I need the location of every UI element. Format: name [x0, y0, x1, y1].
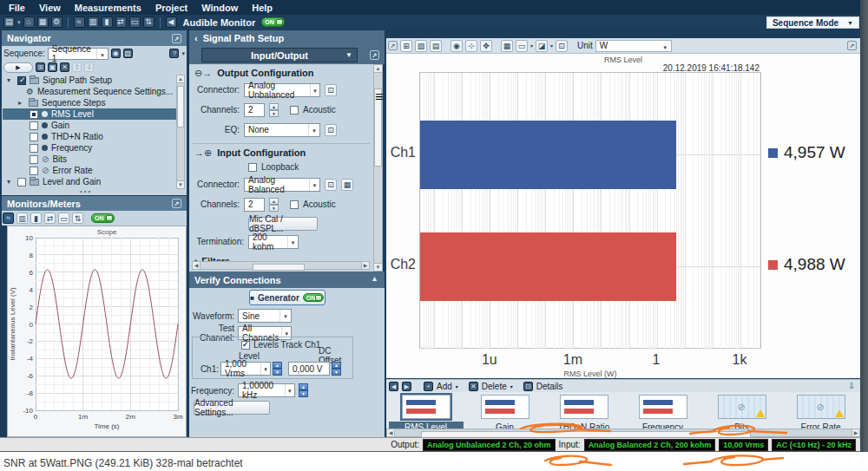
fit-graph-icon[interactable]: ⊞	[400, 40, 412, 52]
sequence-select[interactable]: Sequence 1▾	[48, 48, 108, 60]
mic-cal-button[interactable]: Mic Cal / dBSPL...	[248, 217, 318, 231]
output-channels-stepper[interactable]: ▲▼	[269, 103, 279, 117]
tree-item-measurement-sequence-settings[interactable]: ⚙Measurement Sequence Settings...	[3, 86, 178, 97]
output-connector-settings-icon[interactable]: ⊡	[325, 84, 337, 96]
dc-offset-stepper[interactable]: ▲▼	[332, 362, 341, 376]
menu-measurements[interactable]: Measurements	[75, 3, 141, 13]
export-image-dropdown-icon[interactable]: ▾	[530, 43, 533, 49]
tree-item-gain[interactable]: Gain	[3, 120, 178, 131]
pan-icon[interactable]: ✥	[480, 40, 492, 52]
status-range-badge[interactable]: 10,00 Vrms	[719, 439, 768, 451]
tree-item-level-and-gain[interactable]: ▾Level and Gain	[3, 176, 178, 187]
details-icon[interactable]: ⊡	[523, 382, 533, 391]
new-graph-icon[interactable]: ▧	[415, 40, 427, 52]
help-dropdown-icon[interactable]: ▾	[181, 50, 185, 57]
gallery-hscrollbar[interactable]: ◀ ▶	[386, 428, 860, 437]
gallery-item-gain[interactable]: Gain	[465, 392, 544, 428]
fft-monitor-icon[interactable]: ▥	[88, 16, 99, 28]
output-acoustic-checkbox[interactable]	[290, 106, 299, 114]
tree-item-signal-path-setup[interactable]: ▾Signal Path Setup	[3, 75, 178, 86]
tree-scrollbar[interactable]: ▲ ▼	[176, 75, 185, 189]
gallery-item-thdn-ratio[interactable]: THD+N Ratio	[544, 392, 623, 428]
audible-monitor-on-toggle[interactable]: ON	[261, 17, 285, 27]
sequence-mode-button[interactable]: Sequence Mode▼	[766, 16, 859, 29]
delete-icon[interactable]: ✕	[469, 382, 478, 391]
io-monitor-icon[interactable]: ⇄	[115, 16, 127, 28]
output-connector-select[interactable]: Analog Unbalanced▾	[244, 83, 320, 97]
graph-settings-icon[interactable]: ⊡	[556, 40, 568, 52]
run-sequence-button[interactable]: ▶	[3, 62, 33, 73]
delete-step-icon[interactable]: ✕	[60, 62, 69, 72]
add-icon[interactable]: +	[424, 382, 433, 391]
ch1-level-select[interactable]: 1,000 Vrms▾	[220, 362, 271, 376]
menu-file[interactable]: File	[9, 3, 25, 13]
menu-view[interactable]: View	[39, 3, 61, 13]
fft-tab-icon[interactable]: ▥	[16, 213, 28, 224]
input-channels-stepper[interactable]: ▲▼	[269, 198, 279, 212]
scope-tab-icon[interactable]: ≈	[3, 213, 14, 224]
termination-select[interactable]: 200 kohm▾	[248, 235, 299, 249]
output-channels-value[interactable]: 2	[244, 103, 265, 117]
zoom-extents-icon[interactable]: ⊹	[465, 40, 477, 52]
data-grid-icon[interactable]: ▦	[501, 40, 513, 52]
input-connector-settings-icon[interactable]: ⊡	[325, 179, 337, 191]
menu-window[interactable]: Window	[201, 3, 238, 13]
gallery-item-error-rate[interactable]: ⊘ Error Rate	[781, 392, 860, 428]
loopback-checkbox[interactable]	[248, 163, 257, 172]
append-measurement-icon[interactable]: ▣	[48, 62, 57, 72]
first-measurement-icon[interactable]: ◀	[389, 382, 398, 391]
tree-item-frequency[interactable]: Frequency	[3, 142, 178, 154]
graph-popout-icon[interactable]: ↗	[388, 41, 398, 50]
input-connector-meter-icon[interactable]: ▦	[341, 179, 353, 191]
move-down-icon[interactable]: ⇩	[84, 62, 94, 72]
input-acoustic-checkbox[interactable]	[290, 200, 299, 209]
delete-measurement-button[interactable]: Delete	[482, 382, 507, 391]
tree-item-sequence-steps[interactable]: ▸Sequence Steps	[3, 97, 178, 108]
io-selector-dropdown[interactable]: Input/Output ▼	[201, 48, 358, 62]
monitors-popout-icon[interactable]: ↗	[172, 199, 181, 208]
signal-path-vscrollbar[interactable]: ▲≡ ▼	[373, 64, 383, 271]
last-measurement-icon[interactable]: ▶	[402, 382, 411, 391]
regulation-icon[interactable]: ⇅	[143, 16, 155, 28]
tree-item-thdn-ratio[interactable]: THD+N Ratio	[3, 131, 178, 142]
advanced-settings-button[interactable]: Advanced Settings...	[194, 401, 270, 415]
status-output-badge[interactable]: Analog Unbalanced 2 Ch, 20 ohm	[423, 439, 556, 451]
graph-popout-icon-right[interactable]: ↗	[847, 41, 857, 50]
gallery-item-bits[interactable]: ⊘ Bits	[702, 392, 781, 428]
signal-path-hscrollbar[interactable]: ◀ ▶	[192, 261, 370, 270]
export-image-icon[interactable]: ▭	[516, 40, 528, 52]
frequency-stepper[interactable]: ▲▼	[299, 383, 308, 397]
menu-help[interactable]: Help	[252, 3, 273, 13]
eq-settings-icon[interactable]: ⊡	[325, 124, 337, 136]
scope-monitor-icon[interactable]: ≈	[74, 16, 85, 28]
graph-style-dropdown-icon[interactable]: ▾	[550, 43, 553, 49]
save-icon[interactable]: ▦	[37, 16, 49, 28]
eq-select[interactable]: None▾	[244, 123, 320, 137]
sequence-settings-icon[interactable]: ◉	[111, 49, 121, 58]
signal-path-popout-icon[interactable]: ↗	[370, 50, 379, 60]
new-project-dropdown-icon[interactable]: ▾	[17, 19, 21, 26]
sequence-report-icon[interactable]: ▧	[123, 49, 133, 58]
generator-button[interactable]: ■ Generator ON	[249, 290, 326, 305]
panel-splitter-handle[interactable]: •••	[80, 187, 92, 195]
gallery-item-frequency[interactable]: Frequency	[623, 392, 702, 428]
tree-item-bits[interactable]: ⊘Bits	[3, 154, 178, 165]
delete-dropdown-icon[interactable]: ▾	[510, 383, 513, 389]
unit-select[interactable]: W▾	[595, 40, 672, 52]
verify-pin-icon[interactable]: ▴	[370, 275, 379, 285]
bar-plot-area[interactable]	[419, 72, 761, 349]
settings-gear-icon[interactable]: ⚙	[51, 16, 62, 28]
tree-item-error-rate[interactable]: ⊘Error Rate	[3, 165, 178, 176]
level-monitor-icon[interactable]: ▮	[102, 16, 113, 28]
menu-project[interactable]: Project	[155, 3, 187, 13]
input-channels-value[interactable]: 2	[244, 198, 265, 212]
status-input-badge[interactable]: Analog Balanced 2 Ch, 200 kohm	[584, 439, 716, 451]
back-chevron-icon[interactable]: ‹	[194, 33, 198, 43]
meters-tab-icon[interactable]: ▭	[58, 213, 69, 224]
navigator-popout-icon[interactable]: ↗	[172, 34, 181, 43]
monitor-on-toggle[interactable]: ON	[91, 213, 115, 223]
gallery-pin-icon[interactable]: ⇩	[848, 382, 855, 390]
open-project-icon[interactable]: ⌂	[23, 16, 35, 28]
speaker-icon[interactable]: ◀	[166, 16, 177, 28]
input-connector-select[interactable]: Analog Balanced▾	[244, 178, 320, 192]
